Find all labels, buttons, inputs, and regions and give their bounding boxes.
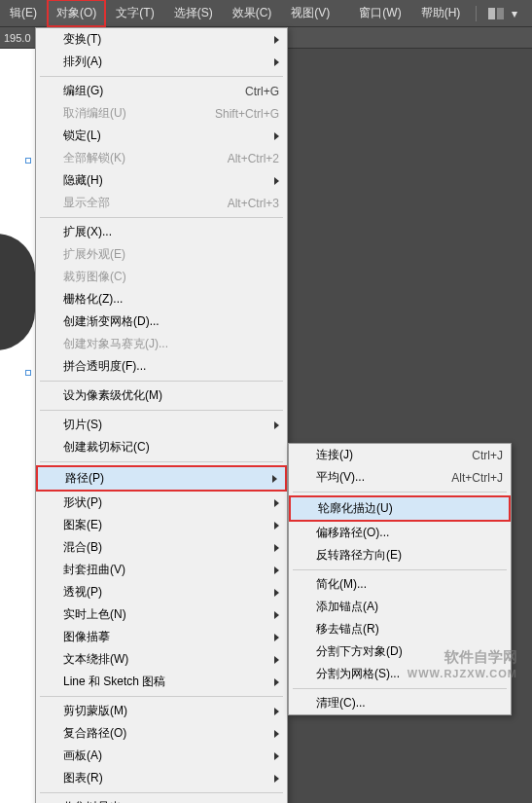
menu-item-24[interactable]: 形状(P) xyxy=(36,492,287,514)
menu-item-21[interactable]: 创建裁切标记(C) xyxy=(36,436,287,458)
menu-label: 排列(A) xyxy=(63,54,274,70)
menu-item-30[interactable]: 图像描摹 xyxy=(36,626,287,648)
dropdown-arrow-icon[interactable]: ▾ xyxy=(510,1,519,26)
menu-help[interactable]: 帮助(H) xyxy=(411,0,471,27)
menu-label: 路径(P) xyxy=(65,470,272,487)
menu-item-10[interactable]: 扩展(X)... xyxy=(36,221,287,243)
menu-item-18[interactable]: 设为像素级优化(M) xyxy=(36,384,287,407)
menu-item-8[interactable]: 添加锚点(A) xyxy=(289,596,511,618)
menu-shortcut: Ctrl+G xyxy=(245,85,279,98)
menu-effect[interactable]: 效果(C) xyxy=(223,0,282,27)
menu-item-11: 扩展外观(E) xyxy=(36,243,287,266)
menu-label: 锁定(L) xyxy=(63,128,274,144)
menu-item-11[interactable]: 分割为网格(S)... xyxy=(289,663,511,685)
menu-item-10[interactable]: 分割下方对象(D) xyxy=(289,640,511,663)
menu-label: 图案(E) xyxy=(63,517,274,533)
menu-label: 偏移路径(O)... xyxy=(316,525,503,541)
menu-label: 画板(A) xyxy=(63,748,274,764)
submenu-arrow-icon xyxy=(274,589,279,597)
submenu-arrow-icon xyxy=(274,611,279,619)
menu-item-13[interactable]: 清理(C)... xyxy=(289,692,511,714)
menu-item-3[interactable]: 轮廓化描边(U) xyxy=(289,495,511,522)
menubar-divider xyxy=(476,6,477,21)
submenu-arrow-icon xyxy=(274,752,279,760)
menu-item-25[interactable]: 图案(E) xyxy=(36,514,287,536)
menu-label: 平均(V)... xyxy=(316,469,432,486)
submenu-arrow-icon xyxy=(274,775,279,783)
menu-label: 图像描摹 xyxy=(63,629,274,645)
menu-label: 创建对象马赛克(J)... xyxy=(63,336,279,352)
menu-item-35[interactable]: 复合路径(O) xyxy=(36,722,287,745)
menu-text[interactable]: 文字(T) xyxy=(106,0,163,27)
menu-item-32[interactable]: Line 和 Sketch 图稿 xyxy=(36,671,287,693)
menu-label: 分割下方对象(D) xyxy=(316,643,503,660)
object-menu-dropdown: 变换(T)排列(A)编组(G)Ctrl+G取消编组(U)Shift+Ctrl+G… xyxy=(35,27,288,803)
menu-item-1[interactable]: 平均(V)...Alt+Ctrl+J xyxy=(289,466,511,489)
menu-item-23[interactable]: 路径(P) xyxy=(36,465,287,492)
menu-item-26[interactable]: 混合(B) xyxy=(36,536,287,559)
menu-item-29[interactable]: 实时上色(N) xyxy=(36,603,287,626)
menu-separator xyxy=(40,461,283,462)
menu-label: 创建渐变网格(D)... xyxy=(63,313,279,330)
menu-item-37[interactable]: 图表(R) xyxy=(36,767,287,789)
menu-edit[interactable]: 辑(E) xyxy=(0,0,47,27)
submenu-arrow-icon xyxy=(274,177,279,185)
menu-label: 取消编组(U) xyxy=(63,105,195,122)
menu-label: 移去锚点(R) xyxy=(316,621,503,638)
submenu-arrow-icon xyxy=(274,58,279,66)
menu-item-34[interactable]: 剪切蒙版(M) xyxy=(36,700,287,722)
menu-item-7[interactable]: 简化(M)... xyxy=(289,573,511,596)
menu-label: Line 和 Sketch 图稿 xyxy=(63,674,274,690)
menu-item-14[interactable]: 创建渐变网格(D)... xyxy=(36,310,287,333)
menu-item-0[interactable]: 连接(J)Ctrl+J xyxy=(289,444,511,466)
menu-label: 栅格化(Z)... xyxy=(63,291,279,308)
menu-item-7[interactable]: 隐藏(H) xyxy=(36,169,287,192)
menu-label: 清理(C)... xyxy=(316,695,503,712)
menu-shortcut: Alt+Ctrl+2 xyxy=(228,152,279,165)
canvas[interactable] xyxy=(0,49,35,803)
menu-item-1[interactable]: 排列(A) xyxy=(36,51,287,73)
menu-object[interactable]: 对象(O) xyxy=(47,0,106,27)
menu-separator xyxy=(40,410,283,411)
menu-label: 形状(P) xyxy=(63,494,274,511)
submenu-arrow-icon xyxy=(274,421,279,429)
menu-item-28[interactable]: 透视(P) xyxy=(36,581,287,603)
submenu-arrow-icon xyxy=(274,634,279,641)
menu-select[interactable]: 选择(S) xyxy=(164,0,223,27)
menu-item-9[interactable]: 移去锚点(R) xyxy=(289,618,511,640)
menu-label: 显示全部 xyxy=(63,195,208,211)
menu-label: 设为像素级优化(M) xyxy=(63,387,279,404)
menu-separator xyxy=(40,76,283,77)
menu-view[interactable]: 视图(V) xyxy=(281,0,339,27)
menu-label: 剪切蒙版(M) xyxy=(63,703,274,719)
menu-item-31[interactable]: 文本绕排(W) xyxy=(36,648,287,671)
menu-shortcut: Ctrl+J xyxy=(472,449,503,462)
menubar: 辑(E) 对象(O) 文字(T) 选择(S) 效果(C) 视图(V) 窗口(W)… xyxy=(0,0,532,27)
svg-rect-0 xyxy=(488,8,495,19)
menu-separator xyxy=(40,792,283,793)
layout-icon[interactable] xyxy=(486,4,506,23)
menu-item-4[interactable]: 偏移路径(O)... xyxy=(289,522,511,544)
menu-item-3[interactable]: 编组(G)Ctrl+G xyxy=(36,80,287,102)
submenu-arrow-icon xyxy=(274,730,279,738)
menu-item-0[interactable]: 变换(T) xyxy=(36,28,287,51)
menu-item-36[interactable]: 画板(A) xyxy=(36,745,287,767)
menu-item-5[interactable]: 反转路径方向(E) xyxy=(289,544,511,566)
menu-label: 变换(T) xyxy=(63,31,274,48)
menu-item-6: 全部解锁(K)Alt+Ctrl+2 xyxy=(36,147,287,169)
menu-window[interactable]: 窗口(W) xyxy=(349,0,410,27)
menu-item-15: 创建对象马赛克(J)... xyxy=(36,333,287,355)
menu-item-13[interactable]: 栅格化(Z)... xyxy=(36,288,287,310)
menu-item-39[interactable]: 收集以导出 xyxy=(36,796,287,803)
menu-item-5[interactable]: 锁定(L) xyxy=(36,125,287,147)
menu-label: 全部解锁(K) xyxy=(63,150,208,166)
toolbar-value: 195.0 xyxy=(4,32,31,44)
menu-item-20[interactable]: 切片(S) xyxy=(36,414,287,436)
menu-item-27[interactable]: 封套扭曲(V) xyxy=(36,559,287,581)
selection-handle[interactable] xyxy=(25,370,31,376)
menu-label: 切片(S) xyxy=(63,417,274,433)
selection-handle[interactable] xyxy=(25,158,31,164)
menu-item-16[interactable]: 拼合透明度(F)... xyxy=(36,355,287,378)
menu-label: 添加锚点(A) xyxy=(316,599,503,615)
menu-label: 封套扭曲(V) xyxy=(63,562,274,578)
